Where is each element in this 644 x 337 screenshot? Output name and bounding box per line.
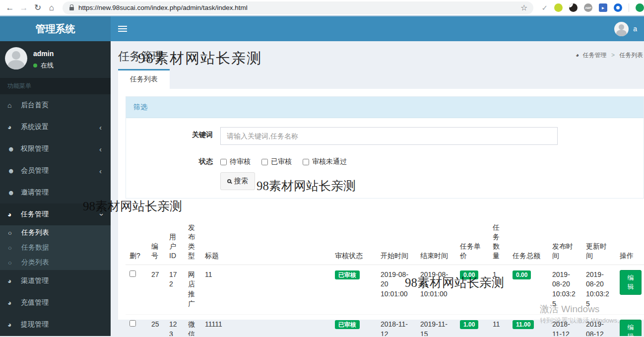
topbar-username: a bbox=[633, 25, 637, 33]
sidebar: admin 在线 功能菜单 ⌂后台首页◕系统设置‹☻权限管理‹☻会员管理‹☻邀请… bbox=[0, 41, 111, 336]
gauge-icon: ◕ bbox=[7, 210, 21, 218]
sidebar-subitem[interactable]: ○分类列表 bbox=[0, 255, 111, 270]
content-header: 任务管理 ◕ 任务管理 > 任务列表 bbox=[111, 41, 644, 69]
filter-box: 筛选 关键词 状态 待审核已审核审核未通过 bbox=[126, 96, 644, 199]
sidebar-subitem[interactable]: ○任务列表 bbox=[0, 225, 111, 240]
gauge-icon: ◕ bbox=[7, 299, 21, 307]
task-id: 25 bbox=[151, 320, 159, 328]
breadcrumb-item[interactable]: 任务管理 bbox=[583, 52, 607, 59]
column-header: 操作 bbox=[616, 219, 644, 265]
yellow-extension-icon[interactable] bbox=[554, 3, 563, 12]
quantity: 1 bbox=[493, 270, 497, 278]
url-bar[interactable]: https://new.98sucai.com/index.php/admin/… bbox=[63, 1, 533, 14]
status-checkbox-label: 待审核 bbox=[230, 157, 251, 166]
back-arrow-icon[interactable]: ← bbox=[3, 1, 17, 15]
status-options: 待审核已审核审核未通过 bbox=[220, 154, 639, 166]
forward-arrow-icon[interactable]: → bbox=[17, 1, 31, 15]
user-id: 172 bbox=[169, 270, 177, 288]
divider bbox=[629, 3, 629, 12]
users-icon: ☻ bbox=[7, 145, 21, 153]
url-text[interactable]: https://new.98sucai.com/index.php/admin/… bbox=[78, 4, 516, 11]
start-time: 2018-11-12 bbox=[381, 320, 408, 336]
check-extension-icon[interactable]: ✓ bbox=[541, 3, 548, 12]
topbar-user[interactable]: a bbox=[614, 22, 637, 36]
table-row: 27172网店推广11已审核2019-08-20 10:01:002019-08… bbox=[126, 265, 644, 315]
sidebar-item[interactable]: ☻邀请管理 bbox=[0, 182, 111, 203]
sidebar-user-panel: admin 在线 bbox=[0, 41, 111, 76]
search-button[interactable]: 搜索 bbox=[220, 172, 255, 190]
reload-icon[interactable]: ↻ bbox=[31, 1, 45, 15]
sidebar-item[interactable]: ◕系统设置‹ bbox=[0, 116, 111, 138]
sidebar-subitem[interactable]: ○任务数据 bbox=[0, 240, 111, 255]
status-checkbox[interactable]: 审核未通过 bbox=[303, 157, 347, 166]
circle-o-icon: ○ bbox=[8, 244, 21, 252]
blue-square-extension-icon[interactable]: ▸ bbox=[599, 3, 607, 12]
edit-button[interactable]: 编辑 bbox=[620, 270, 642, 295]
gauge-icon: ◕ bbox=[7, 277, 21, 285]
browser-chrome: ← → ↻ ⌂ https://new.98sucai.com/index.ph… bbox=[0, 0, 644, 16]
total-badge: 11.00 bbox=[513, 320, 534, 329]
sidebar-item[interactable]: ☻会员管理‹ bbox=[0, 160, 111, 182]
main-content: 任务管理 ◕ 任务管理 > 任务列表 任务列表 筛选 关键词 bbox=[111, 41, 644, 336]
gauge-icon: ◕ bbox=[7, 321, 21, 329]
status-checkbox[interactable]: 待审核 bbox=[220, 157, 251, 166]
column-header: 更新时间 bbox=[582, 219, 616, 265]
sidebar-item[interactable]: ◕渠道管理 bbox=[0, 270, 111, 292]
unit-price-badge: 1.00 bbox=[460, 320, 478, 329]
column-header: 任务单价 bbox=[456, 219, 489, 265]
publish-type: 网店推广 bbox=[188, 270, 195, 308]
user-avatar-icon bbox=[614, 22, 629, 36]
column-header: 审核状态 bbox=[331, 219, 377, 265]
status-checkbox-input[interactable] bbox=[261, 159, 268, 165]
blue-ring-extension-icon[interactable] bbox=[614, 3, 622, 12]
sidebar-item[interactable]: ◕任务管理‹ bbox=[0, 203, 111, 225]
lock-icon bbox=[69, 7, 74, 10]
gauge-icon: ◕ bbox=[7, 123, 21, 131]
task-table: 删?编号用户ID发布类型标题审核状态开始时间结束时间任务单价任务数量任务总额发布… bbox=[126, 219, 644, 336]
row-select-checkbox[interactable] bbox=[129, 320, 136, 327]
table-row: 25123微信11111已审核2018-11-122019-11-151.001… bbox=[126, 315, 644, 336]
edit-button[interactable]: 编辑 bbox=[620, 320, 642, 336]
sidebar-submenu: ○任务列表○任务数据○分类列表 bbox=[0, 225, 111, 270]
column-header: 任务总额 bbox=[509, 219, 548, 265]
breadcrumb-separator: > bbox=[611, 52, 615, 59]
sidebar-item[interactable]: ◕提现管理 bbox=[0, 314, 111, 336]
keyword-input[interactable] bbox=[220, 127, 558, 145]
task-title: 11111 bbox=[205, 320, 222, 328]
sidebar-subitem-label: 任务数据 bbox=[21, 243, 49, 252]
home-icon[interactable]: ⌂ bbox=[45, 1, 59, 15]
status-checkbox-input[interactable] bbox=[220, 159, 227, 165]
sidebar-item-label: 会员管理 bbox=[21, 166, 49, 175]
swoosh-extension-icon[interactable] bbox=[569, 3, 578, 12]
status-checkbox-label: 审核未通过 bbox=[312, 157, 347, 166]
status-checkbox[interactable]: 已审核 bbox=[261, 157, 292, 166]
publish-time: 2019-08-20 10:03:25 bbox=[552, 270, 576, 308]
sidebar-item-label: 权限管理 bbox=[21, 144, 49, 153]
users-icon: ☻ bbox=[7, 189, 21, 197]
green-extension-icon[interactable] bbox=[636, 3, 644, 12]
status-checkbox-input[interactable] bbox=[303, 159, 309, 165]
status-label: 状态 bbox=[131, 154, 220, 166]
chevron-down-icon: ‹ bbox=[96, 213, 105, 216]
column-header: 发布时间 bbox=[548, 219, 582, 265]
app-logo[interactable]: 管理系统 bbox=[0, 16, 111, 41]
tab-task-list[interactable]: 任务列表 bbox=[118, 69, 170, 89]
hamburger-icon[interactable] bbox=[118, 24, 127, 33]
column-header: 删? bbox=[126, 219, 147, 265]
column-header: 结束时间 bbox=[416, 219, 456, 265]
column-header: 标题 bbox=[201, 219, 331, 265]
sidebar-item[interactable]: ☻权限管理‹ bbox=[0, 138, 111, 160]
chevron-left-icon: ‹ bbox=[99, 145, 102, 153]
sidebar-item-label: 邀请管理 bbox=[21, 188, 49, 197]
row-select-checkbox[interactable] bbox=[129, 270, 136, 277]
keyword-label: 关键词 bbox=[131, 127, 220, 145]
unit-price-badge: 0.00 bbox=[460, 270, 478, 279]
publish-type: 微信 bbox=[188, 320, 195, 336]
sidebar-item[interactable]: ⌂后台首页 bbox=[0, 94, 111, 116]
online-dot-icon bbox=[33, 64, 37, 67]
bookmark-star-icon[interactable]: ☆ bbox=[520, 3, 527, 12]
abp-extension-icon[interactable]: ABP bbox=[584, 3, 592, 12]
sidebar-item[interactable]: ◕充值管理 bbox=[0, 292, 111, 314]
gauge-icon: ◕ bbox=[576, 52, 579, 59]
topbar: 管理系统 a bbox=[0, 16, 644, 41]
